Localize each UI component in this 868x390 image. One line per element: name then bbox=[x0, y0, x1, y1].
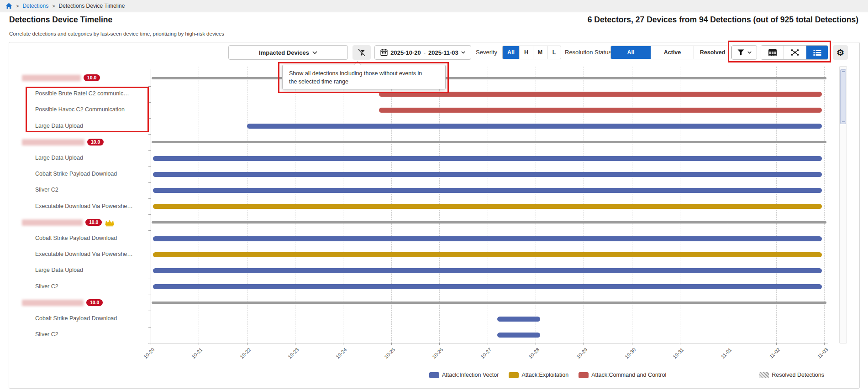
detection-label[interactable]: Sliver C2 bbox=[35, 331, 58, 338]
group-by-value: Impacted Devices bbox=[259, 49, 309, 56]
y-axis-tick bbox=[148, 166, 151, 167]
x-axis-tick bbox=[199, 343, 199, 345]
breadcrumb-current: Detections Device Timeline bbox=[59, 3, 125, 9]
filter-dropdown-button[interactable] bbox=[731, 45, 757, 60]
detection-label[interactable]: Sliver C2 bbox=[35, 283, 58, 290]
group-by-dropdown[interactable]: Impacted Devices bbox=[228, 45, 348, 60]
y-axis-tick bbox=[148, 263, 151, 263]
detection-timeline-bar[interactable] bbox=[153, 268, 821, 273]
detection-label[interactable]: Executable Download Via Powershe… bbox=[35, 251, 133, 257]
filter-off-button[interactable] bbox=[352, 45, 371, 60]
crown-icon bbox=[105, 218, 115, 227]
detection-label[interactable]: Large Data Upload bbox=[35, 123, 83, 129]
severity-all-button[interactable]: All bbox=[503, 46, 519, 59]
list-view-button[interactable] bbox=[806, 46, 828, 59]
severity-high-button[interactable]: H bbox=[519, 46, 533, 59]
legend-label: Attack:Command and Control bbox=[591, 372, 666, 378]
settings-button[interactable]: ⚙ bbox=[833, 45, 848, 60]
x-axis-tick bbox=[488, 343, 488, 345]
breadcrumb-detections-link[interactable]: Detections bbox=[22, 3, 48, 9]
scrollbar-grip bbox=[842, 121, 845, 122]
tooltip-line-1: Show all detections including those with… bbox=[289, 69, 445, 78]
detection-label[interactable]: Cobalt Strike Payload Download bbox=[35, 315, 117, 322]
detection-label[interactable]: Executable Download Via Powershe… bbox=[35, 203, 133, 209]
detection-timeline-bar[interactable] bbox=[153, 284, 821, 289]
date-separator: - bbox=[424, 49, 426, 56]
swarm-view-button[interactable] bbox=[784, 46, 806, 59]
severity-medium-button[interactable]: M bbox=[533, 46, 547, 59]
chevron-down-icon bbox=[747, 51, 752, 54]
legend-item: Attack:Command and Control bbox=[579, 372, 666, 378]
detection-timeline-bar[interactable] bbox=[153, 204, 821, 209]
detection-timeline-bar[interactable] bbox=[153, 156, 821, 161]
x-axis-tick bbox=[391, 343, 392, 345]
detection-timeline-bar[interactable] bbox=[379, 92, 821, 97]
date-start: 2025-10-20 bbox=[390, 49, 421, 56]
y-axis-tick bbox=[148, 247, 151, 247]
x-axis-tick bbox=[728, 343, 728, 345]
detection-timeline-bar[interactable] bbox=[497, 317, 541, 322]
x-axis-tick bbox=[439, 343, 440, 345]
y-axis-tick bbox=[148, 214, 151, 215]
x-axis-line bbox=[149, 343, 828, 343]
y-axis-tick bbox=[148, 327, 151, 328]
y-axis-tick bbox=[148, 150, 151, 151]
vertical-scrollbar-thumb[interactable] bbox=[840, 69, 846, 124]
resolution-active-button[interactable]: Active bbox=[651, 46, 694, 59]
x-axis-tick bbox=[680, 343, 680, 345]
detection-timeline-bar[interactable] bbox=[247, 124, 822, 129]
detection-timeline-bar[interactable] bbox=[153, 188, 821, 193]
detection-label[interactable]: Cobalt Strike Payload Download bbox=[35, 235, 117, 241]
x-axis-tick bbox=[584, 343, 584, 345]
risk-score-badge[interactable]: 10.0 bbox=[86, 299, 103, 306]
date-end: 2025-11-03 bbox=[428, 49, 458, 56]
risk-score-badge[interactable]: 10.0 bbox=[87, 139, 104, 146]
device-separator-bar bbox=[152, 77, 826, 79]
detection-label[interactable]: Large Data Upload bbox=[35, 267, 83, 273]
x-axis-tick bbox=[536, 343, 536, 345]
risk-score-badge[interactable]: 10.0 bbox=[85, 219, 102, 226]
y-axis-tick bbox=[148, 198, 151, 199]
detection-label[interactable]: Sliver C2 bbox=[35, 187, 58, 193]
detection-timeline-bar[interactable] bbox=[153, 172, 821, 177]
home-icon[interactable] bbox=[5, 3, 12, 9]
detection-timeline-bar[interactable] bbox=[153, 252, 821, 257]
y-axis-tick bbox=[148, 134, 151, 135]
severity-low-button[interactable]: L bbox=[547, 46, 561, 59]
legend-swatch bbox=[429, 372, 439, 378]
y-axis-tick bbox=[148, 118, 151, 119]
vertical-scrollbar-track[interactable] bbox=[839, 66, 847, 343]
x-axis-tick bbox=[343, 343, 343, 345]
tooltip-line-2: the selected time range bbox=[289, 78, 445, 86]
detection-label[interactable]: Large Data Upload bbox=[35, 155, 83, 161]
device-name-redacted[interactable] bbox=[22, 75, 81, 81]
risk-score-badge[interactable]: 10.0 bbox=[84, 74, 100, 81]
detection-label[interactable]: Possible Havoc C2 Communication bbox=[35, 106, 125, 113]
device-name-redacted[interactable] bbox=[22, 300, 84, 306]
device-name-redacted[interactable] bbox=[22, 139, 84, 146]
breadcrumb: > Detections > Detections Device Timelin… bbox=[0, 0, 868, 12]
scrollbar-grip bbox=[842, 71, 845, 72]
x-axis-tick bbox=[824, 343, 825, 345]
date-range-picker[interactable]: 2025-10-20 - 2025-11-03 bbox=[374, 45, 471, 60]
detection-timeline-bar[interactable] bbox=[497, 333, 541, 338]
y-axis-tick bbox=[148, 311, 151, 311]
detection-timeline-bar[interactable] bbox=[153, 236, 821, 241]
resolution-status-label: Resolution Status bbox=[565, 45, 611, 60]
resolution-segmented-control: All Active Resolved bbox=[610, 46, 731, 59]
device-name-redacted[interactable] bbox=[22, 219, 83, 226]
detection-label[interactable]: Cobalt Strike Payload Download bbox=[35, 171, 117, 177]
detection-label[interactable]: Possible Brute Ratel C2 communic… bbox=[35, 90, 129, 97]
y-axis-tick bbox=[148, 86, 151, 87]
legend-label: Attack:Infection Vector bbox=[442, 372, 499, 378]
table-view-button[interactable] bbox=[761, 46, 784, 59]
legend-swatch bbox=[509, 372, 519, 378]
legend-item: Attack:Infection Vector bbox=[429, 372, 499, 378]
resolution-resolved-button[interactable]: Resolved bbox=[694, 46, 731, 59]
detection-timeline-bar[interactable] bbox=[379, 108, 821, 113]
resolution-all-button[interactable]: All bbox=[611, 46, 651, 59]
legend-item: Resolved Detections bbox=[759, 372, 824, 378]
page-title: Detections Device Timeline bbox=[9, 15, 112, 25]
legend-swatch-hatched bbox=[759, 372, 769, 378]
chart-legend: Attack:Infection VectorAttack:Exploitati… bbox=[429, 370, 824, 380]
